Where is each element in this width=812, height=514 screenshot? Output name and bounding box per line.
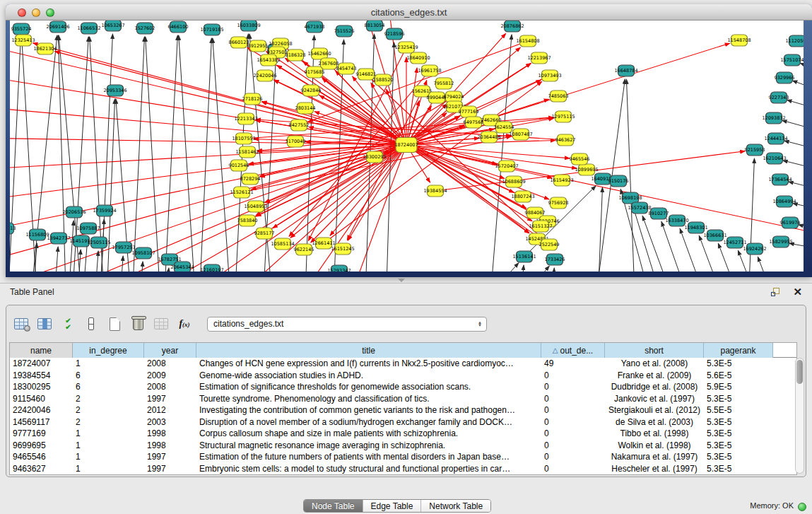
citation-edge[interactable]: [789, 182, 804, 189]
citation-edge-selected[interactable]: [10, 42, 406, 145]
graph-node[interactable]: 15720407: [495, 160, 518, 172]
table-row[interactable]: 1872400712008Changes of HCN gene express…: [10, 358, 796, 370]
column-visibility-button[interactable]: [34, 313, 55, 335]
table-row[interactable]: 969969511998Structural magnetic resonanc…: [10, 440, 796, 452]
graph-node[interactable]: 20206536: [62, 206, 86, 218]
table-scrollbar[interactable]: [795, 358, 804, 474]
table-select[interactable]: citations_edges.txt ▲▼: [207, 317, 487, 332]
graph-node[interactable]: 9012546: [229, 160, 249, 171]
citation-edge[interactable]: [10, 37, 20, 271]
table-row[interactable]: 977716911998Corpus callosum shape and si…: [10, 428, 796, 440]
graph-node[interactable]: 9150176: [608, 175, 629, 187]
graph-node[interactable]: 12213967: [527, 52, 551, 64]
table-row[interactable]: 911546021997Tourette syndrome. Phenomeno…: [10, 393, 796, 405]
graph-node[interactable]: 8813054: [365, 21, 385, 31]
delete-column-button[interactable]: [127, 313, 148, 335]
column-header-out_de[interactable]: △out_de...: [541, 343, 605, 358]
graph-node[interactable]: 12093832: [762, 112, 785, 124]
citation-edge[interactable]: [261, 58, 276, 271]
graph-node[interactable]: 12975115: [551, 111, 575, 122]
graph-node[interactable]: 16961758: [418, 65, 441, 76]
citation-edge[interactable]: [782, 120, 804, 131]
graph-node[interactable]: 11156809: [25, 229, 49, 240]
citation-graph[interactable]: 9355724206914061106653210653267152760264…: [10, 21, 804, 271]
graph-node[interactable]: 11581462: [235, 146, 259, 158]
graph-node[interactable]: 9218596: [384, 28, 405, 40]
select-columns-button[interactable]: ✔✔: [57, 313, 78, 335]
graph-node[interactable]: 20953346: [103, 85, 126, 96]
graph-node[interactable]: 18621304: [33, 43, 57, 54]
graph-node[interactable]: 2803144: [295, 103, 316, 114]
graph-node[interactable]: 17364544: [768, 174, 792, 185]
graph-node[interactable]: 10807487: [509, 129, 532, 140]
citation-edge[interactable]: [626, 79, 636, 271]
graph-node[interactable]: 17359924: [93, 205, 116, 216]
citation-edge[interactable]: [67, 221, 73, 271]
graph-node[interactable]: 1527602: [135, 23, 155, 34]
graph-node[interactable]: 16154808: [516, 35, 539, 47]
graph-node[interactable]: 20876862: [500, 21, 524, 32]
graph-node[interactable]: 13942737: [47, 233, 70, 244]
graph-node[interactable]: 20691406: [46, 21, 69, 33]
column-header-year[interactable]: year: [144, 343, 196, 358]
graph-node[interactable]: 10975887: [76, 223, 100, 234]
graph-node[interactable]: 7485063: [548, 90, 569, 102]
citation-edge[interactable]: [139, 262, 143, 271]
citation-edge[interactable]: [119, 256, 123, 271]
citation-edge[interactable]: [463, 263, 519, 271]
graph-node[interactable]: 10585134: [271, 238, 294, 250]
column-header-pagerank[interactable]: pagerank: [704, 343, 773, 358]
graph-node[interactable]: 7515526: [334, 25, 355, 37]
graph-node[interactable]: 1588520: [373, 74, 394, 86]
graph-node[interactable]: 20364486: [477, 132, 500, 143]
graph-node[interactable]: 16648784: [614, 65, 637, 76]
graph-node[interactable]: 8660123: [229, 37, 249, 48]
citation-edge[interactable]: [198, 38, 211, 271]
graph-node[interactable]: 15136141: [512, 251, 536, 262]
graph-node[interactable]: 8728294: [240, 173, 261, 185]
graph-node[interactable]: 12444134: [764, 133, 787, 144]
table-row[interactable]: 1938455462009Genome-wide association stu…: [10, 370, 796, 382]
citation-edge[interactable]: [784, 141, 804, 150]
graph-node[interactable]: 10864994: [772, 196, 796, 207]
graph-node[interactable]: 10719185: [200, 24, 223, 35]
close-panel-icon[interactable]: ✕: [793, 286, 802, 298]
graph-node[interactable]: 8912955: [248, 40, 269, 52]
graph-node-hub[interactable]: 18724007: [394, 138, 418, 153]
citation-edge[interactable]: [179, 35, 198, 271]
graph-node[interactable]: 12325419: [394, 42, 418, 53]
graph-node[interactable]: 4671938: [305, 21, 325, 33]
citation-edge[interactable]: [146, 37, 163, 271]
graph-node[interactable]: 2522549: [539, 239, 560, 250]
row-height-button[interactable]: [81, 313, 102, 335]
citation-edge-selected[interactable]: [10, 138, 406, 145]
graph-node[interactable]: 11120592: [785, 35, 804, 47]
graph-node[interactable]: 16033809: [237, 21, 260, 31]
column-header-in_degree[interactable]: in_degree: [73, 343, 144, 358]
citation-edge[interactable]: [783, 160, 804, 170]
graph-node[interactable]: 12213343: [234, 113, 257, 124]
graph-node[interactable]: 2718126: [242, 93, 263, 105]
citation-edge[interactable]: [519, 265, 524, 271]
graph-node[interactable]: 8427552: [289, 119, 310, 131]
graph-node[interactable]: 9777169: [459, 106, 479, 117]
graph-node[interactable]: 11066532: [77, 23, 100, 34]
graph-node[interactable]: 9175685: [305, 66, 325, 78]
graph-node[interactable]: 9622145: [294, 244, 314, 255]
graph-node[interactable]: 16210643: [763, 153, 786, 164]
graph-node[interactable]: 22420046: [253, 70, 276, 81]
graph-node[interactable]: 15829955: [769, 236, 792, 247]
graph-node[interactable]: 7583840: [237, 215, 258, 226]
graph-node[interactable]: 9242844: [301, 85, 322, 96]
graph-node[interactable]: 8186328: [286, 49, 306, 61]
column-header-name[interactable]: name: [10, 343, 73, 358]
citation-edge[interactable]: [758, 257, 788, 271]
graph-node[interactable]: 8215958: [745, 144, 765, 156]
new-column-button[interactable]: [104, 313, 125, 335]
table-row[interactable]: 1456911722003Disruption of a novel membe…: [10, 416, 796, 428]
graph-node[interactable]: 18640910: [406, 52, 430, 64]
function-builder-button[interactable]: f(x): [174, 313, 195, 335]
panel-splitter-handle[interactable]: [398, 279, 405, 282]
graph-node[interactable]: 12160197: [200, 264, 223, 271]
graph-node[interactable]: 15293347: [327, 265, 351, 271]
